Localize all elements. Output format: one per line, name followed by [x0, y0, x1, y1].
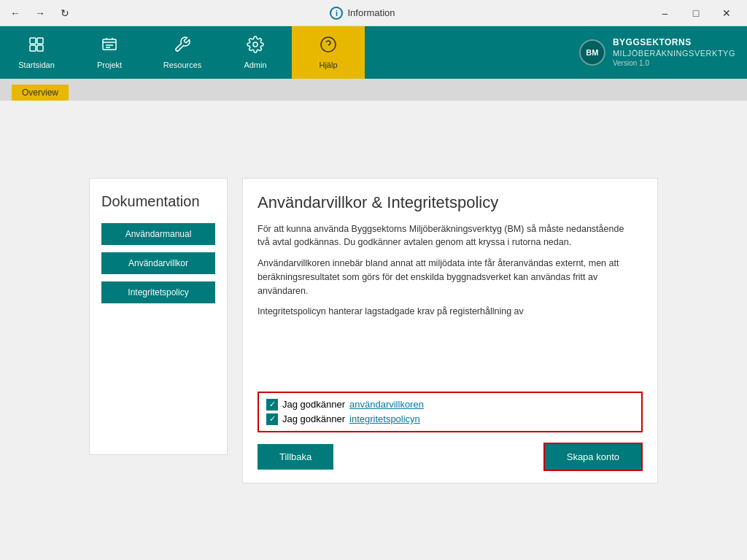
tab-overview[interactable]: Overview	[12, 85, 69, 101]
nav-startsidan-label: Startsidan	[18, 61, 55, 69]
info-label: Information	[347, 7, 395, 18]
nav-projekt-label: Projekt	[97, 61, 122, 69]
btn-anvandarvillkor[interactable]: Användarvillkor	[101, 252, 215, 274]
documentation-title: Dokumentation	[101, 193, 215, 210]
content-area: Dokumentation Användarmanual Användarvil…	[0, 101, 747, 560]
nav-startsidan[interactable]: Startsidan	[0, 26, 73, 79]
checkbox-label-2: Jag godkänner	[282, 413, 345, 424]
back-button[interactable]: ←	[6, 4, 25, 23]
resources-icon	[174, 36, 191, 58]
title-bar-controls: ‒ □ ✕	[651, 0, 741, 26]
svg-point-7	[253, 42, 258, 47]
documentation-panel: Dokumentation Användarmanual Användarvil…	[89, 178, 228, 455]
checkbox-section: ✓ Jag godkänner användarvillkoren ✓ Jag …	[258, 392, 643, 432]
checkbox-label-1: Jag godkänner	[282, 399, 345, 410]
btn-tillbaka[interactable]: Tillbaka	[258, 444, 333, 470]
content-inner: Dokumentation Användarmanual Användarvil…	[89, 178, 658, 483]
title-bar-left: ← → ↻	[6, 4, 74, 23]
terms-para-3: Integritetspolicyn hanterar lagstadgade …	[258, 305, 637, 319]
action-buttons: Tillbaka Skapa konto	[258, 443, 643, 471]
main-area: Overview Dokumentation Användarmanual An…	[0, 79, 747, 560]
terms-content: För att kunna använda Byggsektorns Miljö…	[258, 222, 643, 383]
terms-scroll-area[interactable]: För att kunna använda Byggsektorns Miljö…	[258, 222, 643, 383]
terms-title: Användarvillkor & Integritetspolicy	[258, 193, 643, 212]
terms-para-1: För att kunna använda Byggsektorns Miljö…	[258, 222, 637, 250]
startsidan-icon	[28, 36, 45, 58]
maximize-button[interactable]: □	[681, 0, 711, 26]
nav-resources-label: Resources	[163, 61, 202, 69]
minimize-button[interactable]: ‒	[651, 0, 680, 26]
nav-projekt[interactable]: Projekt	[73, 26, 146, 79]
svg-rect-2	[30, 45, 36, 51]
nav-admin-label: Admin	[244, 61, 266, 69]
title-bar: ← → ↻ i Information ‒ □ ✕	[0, 0, 747, 26]
terms-para-2: Användarvillkoren innebär bland annat at…	[258, 257, 637, 298]
checkbox-integritetspolicy[interactable]: ✓	[266, 413, 278, 425]
tab-bar: Overview	[0, 79, 747, 101]
svg-rect-3	[37, 45, 43, 51]
brand-name: BYGGSEKTORNS	[613, 37, 735, 49]
btn-integritetspolicy[interactable]: Integritetspolicy	[101, 281, 215, 303]
admin-icon	[247, 36, 264, 58]
refresh-button[interactable]: ↻	[55, 4, 74, 23]
svg-rect-1	[37, 38, 43, 44]
info-section: i Information	[330, 7, 395, 20]
terms-panel: Användarvillkor & Integritetspolicy För …	[242, 178, 658, 483]
nav-resources[interactable]: Resources	[146, 26, 219, 79]
info-icon: i	[330, 7, 343, 20]
brand-text: BYGGSEKTORNS MILJÖBERÄKNINGSVERKTYG Vers…	[613, 37, 735, 69]
projekt-icon	[101, 36, 118, 58]
nav-admin[interactable]: Admin	[219, 26, 292, 79]
link-anvandarvillkor[interactable]: användarvillkoren	[349, 399, 424, 410]
link-integritetspolicy[interactable]: integritetspolicyn	[349, 413, 420, 424]
svg-rect-4	[103, 39, 116, 50]
hjalp-icon	[320, 36, 337, 58]
svg-rect-0	[30, 38, 36, 44]
checkbox-row-1: ✓ Jag godkänner användarvillkoren	[266, 399, 634, 411]
btn-skapa-konto[interactable]: Skapa konto	[543, 443, 643, 471]
close-button[interactable]: ✕	[712, 0, 741, 26]
brand-version: Version 1.0	[613, 58, 735, 68]
nav-hjalp[interactable]: Hjälp	[292, 26, 365, 79]
nav-hjalp-label: Hjälp	[319, 61, 337, 69]
brand-section: BM BYGGSEKTORNS MILJÖBERÄKNINGSVERKTYG V…	[568, 26, 747, 79]
checkbox-row-2: ✓ Jag godkänner integritetspolicyn	[266, 413, 634, 425]
brand-avatar: BM	[579, 39, 605, 66]
forward-button[interactable]: →	[31, 4, 50, 23]
navbar: Startsidan Projekt Resources Admin	[0, 26, 747, 79]
checkbox-anvandarvillkor[interactable]: ✓	[266, 399, 278, 411]
svg-point-8	[321, 37, 336, 52]
btn-anvandarmanual[interactable]: Användarmanual	[101, 223, 215, 245]
brand-sub: MILJÖBERÄKNINGSVERKTYG	[613, 48, 735, 58]
